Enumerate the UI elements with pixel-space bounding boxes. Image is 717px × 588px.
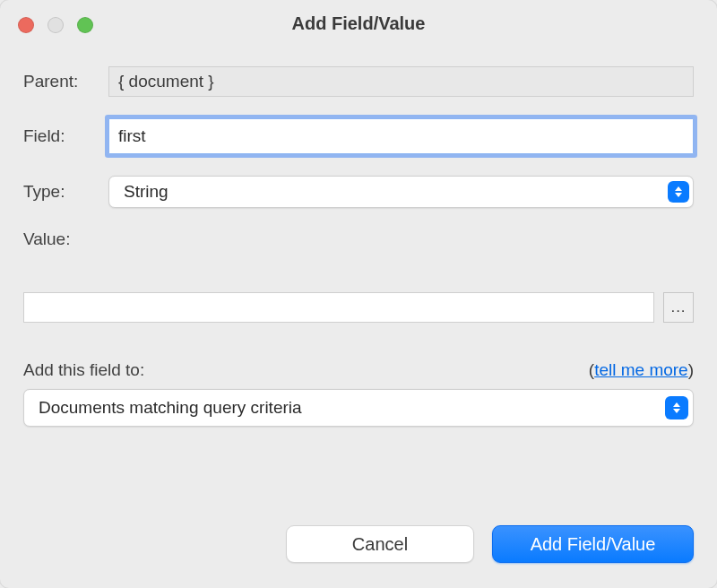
value-row: ...	[23, 292, 694, 323]
button-row: Cancel Add Field/Value	[23, 525, 694, 563]
close-icon[interactable]	[18, 17, 34, 33]
add-to-label: Add this field to:	[23, 360, 144, 380]
type-select-value: String	[124, 182, 168, 202]
value-label-row: Value:	[23, 229, 694, 249]
field-input[interactable]	[108, 118, 694, 154]
add-field-value-button[interactable]: Add Field/Value	[492, 525, 694, 563]
minimize-icon	[48, 17, 64, 33]
cancel-button[interactable]: Cancel	[286, 525, 474, 563]
dialog-window: Add Field/Value Parent: { document } Fie…	[0, 0, 717, 588]
maximize-icon[interactable]	[77, 17, 93, 33]
value-input[interactable]	[23, 292, 654, 323]
tell-me-more-wrap: (tell me more)	[589, 360, 694, 380]
window-title: Add Field/Value	[0, 13, 717, 34]
scope-select[interactable]: Documents matching query criteria	[23, 389, 694, 427]
more-button[interactable]: ...	[663, 292, 694, 323]
type-select[interactable]: String	[108, 176, 694, 208]
scope-select-wrap: Documents matching query criteria	[23, 389, 694, 427]
chevron-updown-icon[interactable]	[665, 396, 688, 419]
add-to-row: Add this field to: (tell me more)	[23, 360, 694, 380]
tell-me-more-suffix: )	[688, 360, 694, 379]
type-label: Type:	[23, 182, 108, 202]
value-label: Value:	[23, 229, 108, 249]
parent-label: Parent:	[23, 72, 108, 91]
field-row: Field:	[23, 118, 694, 154]
chevron-updown-icon[interactable]	[668, 181, 689, 203]
type-row: Type: String	[23, 176, 694, 208]
parent-field: { document }	[108, 66, 694, 97]
scope-select-value: Documents matching query criteria	[39, 398, 302, 418]
tell-me-more-link[interactable]: tell me more	[594, 360, 688, 379]
title-bar: Add Field/Value	[0, 0, 717, 47]
traffic-lights	[18, 17, 93, 33]
dialog-content: Parent: { document } Field: Type: String…	[0, 47, 717, 588]
field-label: Field:	[23, 126, 108, 146]
parent-row: Parent: { document }	[23, 66, 694, 97]
type-select-wrap: String	[108, 176, 694, 208]
